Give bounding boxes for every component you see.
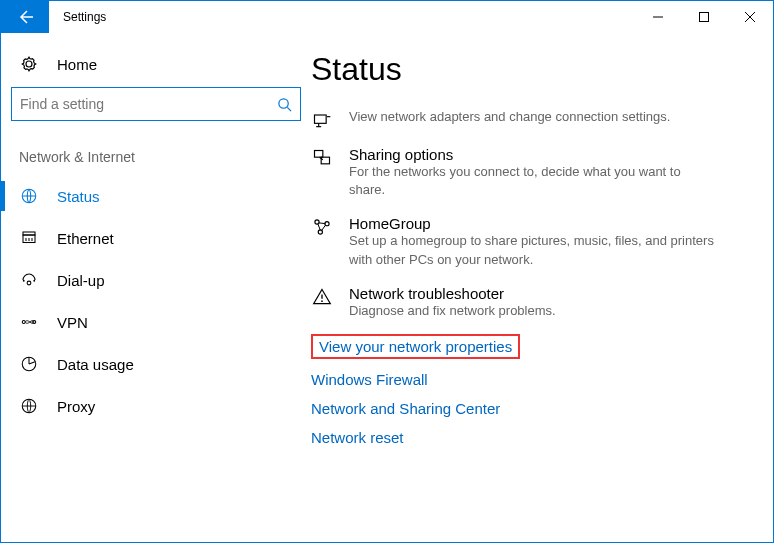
svg-line-3 <box>287 107 291 111</box>
ethernet-icon <box>19 229 39 247</box>
sharing-title: Sharing options <box>349 146 719 163</box>
sharing-options-row[interactable]: Sharing options For the networks you con… <box>311 138 753 207</box>
nav-ethernet-label: Ethernet <box>57 230 114 247</box>
datausage-icon <box>19 355 39 373</box>
troubleshooter-row[interactable]: Network troubleshooter Diagnose and fix … <box>311 277 753 328</box>
vpn-icon <box>19 313 39 331</box>
sharing-desc: For the networks you connect to, decide … <box>349 163 719 199</box>
svg-point-12 <box>33 280 35 282</box>
nav-proxy-label: Proxy <box>57 398 95 415</box>
adapter-icon <box>311 108 333 130</box>
svg-point-24 <box>315 220 319 224</box>
warning-icon <box>311 285 333 320</box>
nav-vpn[interactable]: VPN <box>1 301 311 343</box>
search-input[interactable] <box>20 96 277 112</box>
view-network-properties-link[interactable]: View your network properties <box>319 338 512 355</box>
link-reset-row: Network reset <box>311 423 753 452</box>
close-icon <box>745 12 755 22</box>
adapter-desc: View network adapters and change connect… <box>349 108 670 126</box>
svg-point-25 <box>325 222 329 226</box>
globe-icon <box>19 187 39 205</box>
homegroup-desc: Set up a homegroup to share pictures, mu… <box>349 232 719 268</box>
nav-dialup[interactable]: Dial-up <box>1 259 311 301</box>
dialup-icon <box>19 271 39 289</box>
nav-proxy[interactable]: Proxy <box>1 385 311 427</box>
content-pane: Status View network adapters and change … <box>311 33 773 542</box>
homegroup-title: HomeGroup <box>349 215 719 232</box>
gear-icon <box>19 55 39 73</box>
settings-window: Settings Home <box>0 0 774 543</box>
home-label: Home <box>57 56 97 73</box>
window-title: Settings <box>49 10 106 24</box>
search-box[interactable] <box>11 87 301 121</box>
svg-rect-17 <box>315 115 327 123</box>
svg-point-28 <box>321 300 323 302</box>
windows-firewall-link[interactable]: Windows Firewall <box>311 371 428 388</box>
svg-point-10 <box>27 281 31 285</box>
minimize-button[interactable] <box>635 1 681 33</box>
body-area: Home Network & Internet Status Ether <box>1 33 773 542</box>
section-title: Network & Internet <box>1 121 311 175</box>
svg-point-2 <box>279 98 288 107</box>
troubleshooter-title: Network troubleshooter <box>349 285 556 302</box>
proxy-icon <box>19 397 39 415</box>
minimize-icon <box>653 12 663 22</box>
highlight-box: View your network properties <box>311 334 520 359</box>
caption-buttons <box>635 1 773 33</box>
svg-point-11 <box>23 280 25 282</box>
close-button[interactable] <box>727 1 773 33</box>
back-arrow-icon <box>17 9 33 25</box>
sharing-icon <box>311 146 333 199</box>
troubleshooter-desc: Diagnose and fix network problems. <box>349 302 556 320</box>
link-firewall-row: Windows Firewall <box>311 365 753 394</box>
svg-point-13 <box>22 321 25 324</box>
title-bar: Settings <box>1 1 773 33</box>
nav-ethernet[interactable]: Ethernet <box>1 217 311 259</box>
nav-status-label: Status <box>57 188 100 205</box>
svg-rect-22 <box>321 157 329 164</box>
homegroup-row[interactable]: HomeGroup Set up a homegroup to share pi… <box>311 207 753 276</box>
network-sharing-center-link[interactable]: Network and Sharing Center <box>311 400 500 417</box>
svg-rect-1 <box>700 13 709 22</box>
link-properties-row: View your network properties <box>311 328 753 365</box>
nav-dialup-label: Dial-up <box>57 272 105 289</box>
homegroup-icon <box>311 215 333 268</box>
adapter-options-row[interactable]: View network adapters and change connect… <box>311 100 753 138</box>
sidebar: Home Network & Internet Status Ether <box>1 33 311 542</box>
maximize-button[interactable] <box>681 1 727 33</box>
back-button[interactable] <box>1 1 49 33</box>
page-heading: Status <box>311 51 753 88</box>
maximize-icon <box>699 12 709 22</box>
svg-rect-21 <box>315 151 323 158</box>
link-sharingcenter-row: Network and Sharing Center <box>311 394 753 423</box>
nav-status[interactable]: Status <box>1 175 311 217</box>
nav-datausage[interactable]: Data usage <box>1 343 311 385</box>
network-reset-link[interactable]: Network reset <box>311 429 404 446</box>
svg-rect-6 <box>23 232 35 235</box>
nav-datausage-label: Data usage <box>57 356 134 373</box>
search-icon <box>277 97 292 112</box>
home-button[interactable]: Home <box>1 45 311 83</box>
nav-vpn-label: VPN <box>57 314 88 331</box>
